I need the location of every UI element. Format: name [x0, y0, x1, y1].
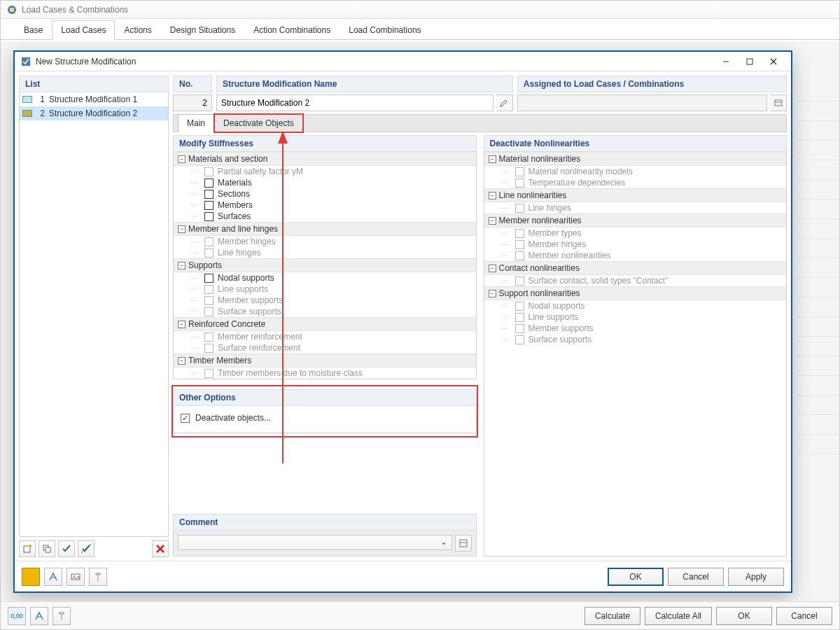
- outer-ok-button[interactable]: OK: [716, 607, 772, 625]
- checkbox[interactable]: [204, 332, 214, 342]
- units-button[interactable]: [44, 568, 62, 586]
- checkbox[interactable]: [515, 251, 524, 260]
- checkbox[interactable]: [515, 302, 524, 311]
- outer-tab-base[interactable]: Base: [15, 20, 52, 40]
- check-all-button[interactable]: [58, 540, 75, 557]
- assigned-input[interactable]: [517, 94, 767, 111]
- collapse-icon[interactable]: −: [489, 290, 496, 298]
- tree-group-header[interactable]: −Support nonlinearities: [484, 286, 787, 300]
- nonlinearities-tree[interactable]: −Material nonlinearities⋯Material nonlin…: [484, 152, 788, 556]
- outer-tab-actions[interactable]: Actions: [115, 20, 160, 40]
- inner-tab-deactivate-objects[interactable]: Deactivate Objects: [214, 114, 303, 132]
- tree-group-header[interactable]: −Supports: [174, 258, 476, 272]
- tree-group-header[interactable]: −Member and line hinges: [174, 222, 476, 236]
- checkbox[interactable]: [515, 178, 524, 188]
- calculate-button[interactable]: Calculate: [584, 607, 640, 625]
- new-item-button[interactable]: [19, 540, 36, 557]
- name-input[interactable]: [216, 94, 493, 111]
- tree-item[interactable]: ⋯Member hinges: [484, 239, 787, 250]
- checkbox[interactable]: [204, 237, 214, 246]
- checkbox[interactable]: [204, 274, 214, 283]
- deactivate-objects-option[interactable]: Deactivate objects...: [173, 406, 477, 433]
- collapse-icon[interactable]: −: [489, 155, 496, 163]
- checkbox[interactable]: [515, 229, 524, 238]
- delete-item-button[interactable]: [152, 540, 169, 557]
- script-button[interactable]: [89, 568, 107, 586]
- collapse-icon[interactable]: −: [489, 265, 496, 272]
- checkbox[interactable]: [515, 167, 524, 176]
- outer-tab-load-cases[interactable]: Load Cases: [52, 20, 115, 40]
- tree-item[interactable]: ⋯Surface supports: [174, 306, 476, 317]
- outer-tab-load-combinations[interactable]: Load Combinations: [340, 20, 430, 40]
- tree-item[interactable]: ⋯Temperature dependecies: [484, 177, 787, 188]
- checkbox[interactable]: [204, 296, 214, 305]
- list-item[interactable]: 1Structure Modification 1: [20, 92, 168, 106]
- close-button[interactable]: [762, 54, 785, 69]
- checkbox[interactable]: [204, 212, 214, 221]
- collapse-icon[interactable]: −: [178, 321, 186, 328]
- calculate-all-button[interactable]: Calculate All: [645, 607, 712, 625]
- apply-button[interactable]: Apply: [728, 568, 784, 586]
- tree-item[interactable]: ⋯Nodal supports: [484, 300, 787, 312]
- tree-item[interactable]: ⋯Line hinges: [174, 247, 476, 258]
- tree-item[interactable]: ⋯Line hinges: [484, 202, 787, 214]
- help-image-button[interactable]: [66, 568, 85, 586]
- checkbox[interactable]: [204, 201, 214, 210]
- tree-item[interactable]: ⋯Sections: [174, 188, 476, 200]
- tree-item[interactable]: ⋯Partial safety factor γM: [174, 166, 476, 177]
- checkbox[interactable]: [204, 190, 214, 199]
- minimize-button[interactable]: [714, 54, 738, 69]
- tree-item[interactable]: ⋯Material nonlinearity models: [484, 166, 787, 177]
- checkbox[interactable]: [204, 248, 214, 258]
- collapse-icon[interactable]: −: [178, 262, 186, 270]
- list-box[interactable]: 1Structure Modification 12Structure Modi…: [19, 92, 169, 537]
- checkbox[interactable]: [515, 335, 524, 344]
- tree-item[interactable]: ⋯Surface supports: [484, 334, 787, 345]
- units-outer-button[interactable]: [30, 607, 48, 625]
- tree-group-header[interactable]: −Contact nonlinearities: [484, 261, 787, 275]
- tree-item[interactable]: ⋯Line supports: [484, 312, 787, 323]
- collapse-icon[interactable]: −: [178, 225, 186, 233]
- tree-item[interactable]: ⋯Surface reinforcement: [174, 342, 476, 354]
- tree-item[interactable]: ⋯Nodal supports: [174, 272, 476, 284]
- tree-group-header[interactable]: −Material nonlinearities: [484, 152, 787, 166]
- assigned-lookup-button[interactable]: [770, 94, 787, 111]
- tree-group-header[interactable]: −Materials and section: [174, 152, 476, 166]
- edit-name-button[interactable]: [496, 94, 513, 111]
- ok-button[interactable]: OK: [608, 568, 664, 586]
- display-settings-button[interactable]: 0,00: [8, 607, 26, 625]
- tree-item[interactable]: ⋯Surface contact, solid types "Contact": [484, 275, 787, 286]
- outer-tab-action-combinations[interactable]: Action Combinations: [244, 20, 340, 40]
- collapse-icon[interactable]: −: [489, 217, 496, 225]
- stiffness-tree[interactable]: −Materials and section⋯Partial safety fa…: [173, 152, 477, 379]
- checkbox[interactable]: [204, 167, 214, 176]
- tree-item[interactable]: ⋯Materials: [174, 177, 476, 188]
- outer-cancel-button[interactable]: Cancel: [776, 607, 832, 625]
- tree-item[interactable]: ⋯Member reinforcement: [174, 331, 476, 342]
- copy-item-button[interactable]: [38, 540, 55, 557]
- color-button[interactable]: [22, 568, 40, 586]
- tree-item[interactable]: ⋯Line supports: [174, 284, 476, 295]
- comment-combo[interactable]: [178, 535, 452, 550]
- tree-group-header[interactable]: −Reinforced Concrete: [174, 317, 476, 331]
- collapse-icon[interactable]: −: [178, 155, 186, 163]
- collapse-icon[interactable]: −: [178, 357, 186, 365]
- tree-item[interactable]: ⋯Member supports: [174, 295, 476, 306]
- tree-item[interactable]: ⋯Timber members due to moisture class: [174, 368, 476, 379]
- checkbox[interactable]: [204, 285, 214, 294]
- tree-group-header[interactable]: −Member nonlinearities: [484, 214, 787, 227]
- checkbox[interactable]: [204, 369, 214, 378]
- checkbox[interactable]: [204, 307, 214, 316]
- checkbox[interactable]: [515, 204, 524, 213]
- checkbox[interactable]: [515, 324, 524, 333]
- no-input[interactable]: [173, 94, 212, 111]
- checkbox[interactable]: [515, 240, 524, 249]
- tree-group-header[interactable]: −Timber Members: [174, 354, 476, 368]
- tree-group-header[interactable]: −Line nonlinearities: [484, 188, 787, 202]
- tree-item[interactable]: ⋯Member types: [484, 227, 787, 239]
- inner-tab-main[interactable]: Main: [178, 114, 214, 132]
- maximize-button[interactable]: [738, 54, 762, 69]
- checkbox[interactable]: [204, 344, 214, 353]
- checkbox[interactable]: [515, 313, 524, 322]
- tree-item[interactable]: ⋯Member hinges: [174, 236, 476, 247]
